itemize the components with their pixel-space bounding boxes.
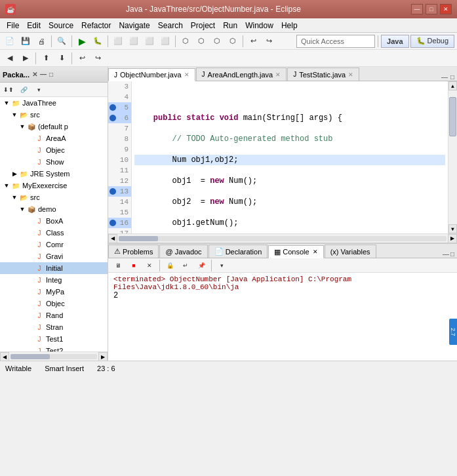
tb2-btn-3[interactable]: ⬆ (39, 51, 53, 66)
pkg-close-icon[interactable]: ✕ (32, 71, 37, 78)
horizontal-scrollbar[interactable]: ◀ ▶ (108, 233, 457, 243)
tab-problems[interactable]: ⚠ Problems (108, 245, 159, 258)
toolbar-btn-8[interactable]: ⬡ (226, 34, 240, 49)
minimize-button[interactable]: — (411, 4, 423, 14)
scroll-down-arrow[interactable]: ▼ (448, 224, 457, 233)
tree-item-Rand[interactable]: J Rand (0, 309, 108, 321)
scroll-track[interactable] (448, 90, 457, 224)
tree-item-Gravi[interactable]: J Gravi (0, 250, 108, 262)
save-button[interactable]: 💾 (18, 34, 33, 49)
search-button[interactable]: 🔍 (54, 34, 69, 49)
expand-arrow[interactable]: ▼ (3, 182, 10, 189)
tb2-btn-5[interactable]: ↩ (75, 51, 89, 66)
tree-item-src1[interactable]: ▼ 📂 src (0, 109, 108, 121)
scroll-track[interactable] (119, 236, 447, 241)
java-perspective-button[interactable]: Java (381, 35, 408, 48)
menu-refactor[interactable]: Refactor (77, 20, 115, 31)
expand-arrow[interactable]: ▶ (10, 170, 18, 177)
tab-close-icon[interactable]: ✕ (313, 248, 318, 255)
expand-arrow[interactable]: ▼ (18, 206, 26, 212)
tab-ObjectNumber[interactable]: J ObjectNumber.java ✕ (108, 68, 195, 81)
editor-min-icon[interactable]: — (441, 73, 448, 81)
menu-project[interactable]: Project (187, 20, 219, 31)
tab-TestStatic[interactable]: J TestStatic.java ✕ (287, 68, 359, 81)
tree-item-MyExexercise[interactable]: ▼ 📁 MyExexercise (0, 180, 108, 191)
console-clear-btn[interactable]: 🖥 (111, 258, 125, 273)
pkg-link-btn[interactable]: 🔗 (16, 83, 31, 97)
code-content[interactable]: public static void main(String[] args) {… (132, 81, 448, 233)
toolbar-btn-6[interactable]: ⬡ (194, 34, 209, 49)
menu-help[interactable]: Help (277, 20, 302, 31)
scroll-thumb[interactable] (449, 97, 456, 136)
tree-item-MyPa[interactable]: J MyPa (0, 286, 108, 298)
toolbar-btn-5[interactable]: ⬡ (178, 34, 193, 49)
expand-arrow[interactable]: ▼ (10, 111, 18, 118)
tb2-btn-2[interactable]: ▶ (18, 51, 33, 66)
tree-item-AreaA[interactable]: J AreaA (0, 132, 108, 144)
toolbar-btn-4[interactable]: ⬜ (158, 34, 172, 49)
vertical-scrollbar[interactable]: ▲ ▼ (448, 81, 457, 233)
run-button[interactable]: ▶ (75, 34, 89, 49)
pkg-collapse-btn[interactable]: ⬇⬆ (1, 83, 16, 97)
tree-item-Show[interactable]: J Show (0, 156, 108, 168)
tb2-btn-1[interactable]: ◀ (3, 51, 17, 66)
scroll-right-arrow[interactable]: ▶ (98, 352, 108, 361)
scroll-thumb[interactable] (119, 236, 158, 241)
tree-item-Test1[interactable]: J Test1 (0, 333, 108, 345)
menu-file[interactable]: File (3, 20, 23, 31)
tree-item-BoxA[interactable]: J BoxA (0, 215, 108, 227)
console-stop-btn[interactable]: ■ (127, 258, 141, 273)
scroll-right-arrow[interactable]: ▶ (448, 234, 457, 243)
debug-run-button[interactable]: 🐛 (90, 34, 105, 49)
scroll-up-arrow[interactable]: ▲ (448, 81, 457, 90)
tree-item-Test2[interactable]: J Test2 (0, 345, 108, 351)
console-menu-btn[interactable]: ▾ (214, 258, 229, 273)
tb2-btn-6[interactable]: ↪ (90, 51, 105, 66)
scroll-thumb[interactable] (10, 354, 50, 359)
toolbar-btn-9[interactable]: ↩ (246, 34, 260, 49)
tree-item-Class[interactable]: J Class (0, 227, 108, 239)
menu-navigate[interactable]: Navigate (115, 20, 153, 31)
pkg-max-icon[interactable]: □ (49, 71, 53, 78)
tree-item-Objec2[interactable]: J Objec (0, 298, 108, 309)
tree-item-Comr[interactable]: J Comr (0, 239, 108, 250)
expand-arrow[interactable]: ▼ (3, 100, 10, 106)
tab-javadoc[interactable]: @ Javadoc (159, 245, 207, 258)
toolbar-btn-10[interactable]: ↪ (262, 34, 276, 49)
tree-item-src2[interactable]: ▼ 📂 src (0, 191, 108, 203)
tree-item-JavaThree[interactable]: ▼ 📁 JavaThree (0, 97, 108, 109)
tab-close-icon[interactable]: ✕ (184, 71, 189, 78)
scroll-left-arrow[interactable]: ◀ (0, 352, 9, 361)
right-panel-indicator[interactable]: 2.7 (449, 319, 457, 345)
tree-item-default-pkg[interactable]: ▼ 📦 (default p (0, 121, 108, 132)
toolbar-btn-2[interactable]: ⬜ (127, 34, 141, 49)
menu-source[interactable]: Source (45, 20, 77, 31)
maximize-button[interactable]: □ (426, 4, 437, 14)
console-remove-btn[interactable]: ✕ (142, 258, 157, 273)
console-word-wrap-btn[interactable]: ↵ (178, 258, 193, 273)
menu-edit[interactable]: Edit (23, 20, 45, 31)
console-scroll-lock-btn[interactable]: 🔒 (163, 258, 177, 273)
tree-item-Initial[interactable]: J Initial (0, 262, 108, 274)
bottom-max-icon[interactable]: □ (450, 250, 454, 258)
scroll-left-arrow[interactable]: ◀ (108, 234, 117, 243)
toolbar-btn-1[interactable]: ⬜ (111, 34, 125, 49)
expand-arrow[interactable]: ▼ (10, 194, 18, 201)
tab-close-icon[interactable]: ✕ (348, 71, 353, 78)
tree-item-Integ[interactable]: J Integ (0, 274, 108, 286)
tb2-btn-4[interactable]: ⬇ (54, 51, 69, 66)
bottom-min-icon[interactable]: — (443, 250, 449, 258)
tree-item-demo[interactable]: ▼ 📦 demo (0, 203, 108, 215)
print-button[interactable]: 🖨 (34, 34, 49, 49)
tree-item-JRE[interactable]: ▶ 📁 JRE System (0, 168, 108, 180)
quick-access-box[interactable]: Quick Access (296, 35, 375, 48)
debug-perspective-button[interactable]: 🐛 Debug (410, 35, 454, 48)
tab-console[interactable]: ▦ Console ✕ (268, 245, 323, 258)
tab-declaration[interactable]: 📄 Declaration (209, 245, 268, 258)
tab-AreaAndLength[interactable]: J AreaAndLength.java ✕ (196, 68, 287, 81)
toolbar-btn-7[interactable]: ⬡ (210, 34, 224, 49)
pkg-menu-btn[interactable]: ▾ (31, 83, 46, 97)
tab-close-icon[interactable]: ✕ (275, 71, 281, 78)
menu-window[interactable]: Window (241, 20, 277, 31)
pkg-min-icon[interactable]: — (40, 71, 47, 78)
